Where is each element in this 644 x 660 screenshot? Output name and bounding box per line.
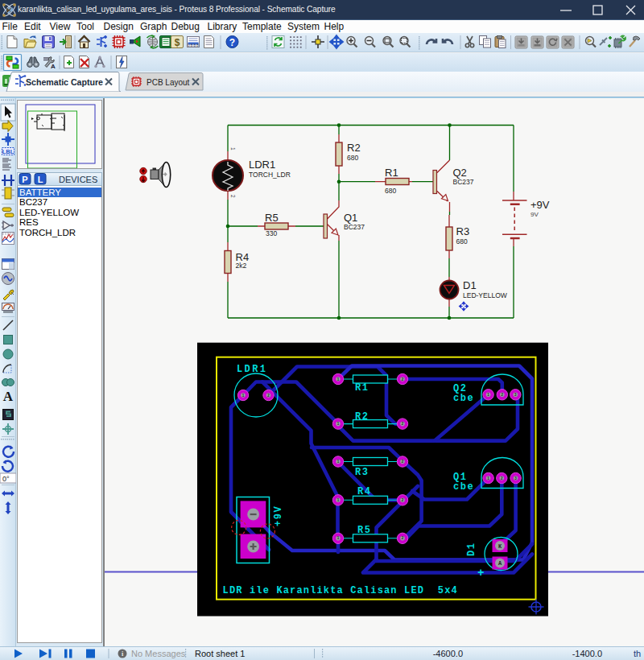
svg-text:Schematic Capture: Schematic Capture bbox=[26, 77, 103, 87]
svg-text:?: ? bbox=[229, 37, 235, 48]
svg-text:R1: R1 bbox=[355, 382, 369, 394]
svg-text:No Messages: No Messages bbox=[131, 649, 186, 658]
svg-text:0°: 0° bbox=[2, 475, 10, 483]
svg-text:D1: D1 bbox=[466, 542, 477, 556]
svg-text:LDR ile Karanlikta Calisan LED: LDR ile Karanlikta Calisan LED 5x4 bbox=[223, 585, 458, 596]
svg-text:cbe: cbe bbox=[453, 481, 474, 493]
svg-text:PCB Layout: PCB Layout bbox=[147, 78, 190, 87]
svg-text:$: $ bbox=[175, 37, 180, 48]
svg-text:A: A bbox=[3, 389, 14, 404]
svg-text:+9V: +9V bbox=[273, 505, 284, 526]
svg-text:R3: R3 bbox=[355, 467, 369, 478]
svg-text:R5: R5 bbox=[357, 525, 371, 536]
svg-text:LDR1: LDR1 bbox=[237, 364, 267, 375]
svg-text:-1400.0: -1400.0 bbox=[572, 649, 602, 658]
svg-text:L: L bbox=[38, 175, 43, 184]
svg-text:+: + bbox=[477, 567, 484, 580]
svg-text:P: P bbox=[22, 175, 27, 184]
svg-text:cbe: cbe bbox=[453, 393, 474, 404]
svg-text:R2: R2 bbox=[355, 411, 369, 423]
svg-text:R4: R4 bbox=[357, 486, 371, 497]
svg-text:A: A bbox=[51, 63, 56, 70]
svg-text:Root sheet 1: Root sheet 1 bbox=[195, 649, 245, 658]
svg-text:th: th bbox=[634, 649, 641, 658]
svg-text:LBL: LBL bbox=[2, 148, 14, 155]
svg-text:-4600.0: -4600.0 bbox=[433, 649, 463, 658]
svg-text:DEVICES: DEVICES bbox=[59, 175, 97, 184]
svg-text:0.8.8.8: 0.8.8.8 bbox=[188, 43, 199, 47]
